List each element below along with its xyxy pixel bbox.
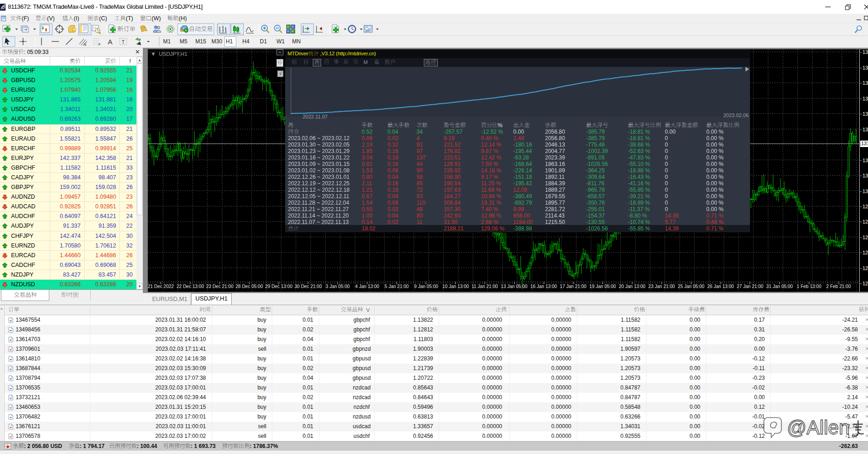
svg-text:A: A <box>108 38 112 46</box>
svg-text:E: E <box>84 43 87 46</box>
svg-text:T: T <box>122 39 125 45</box>
svg-text:F: F <box>99 43 100 46</box>
